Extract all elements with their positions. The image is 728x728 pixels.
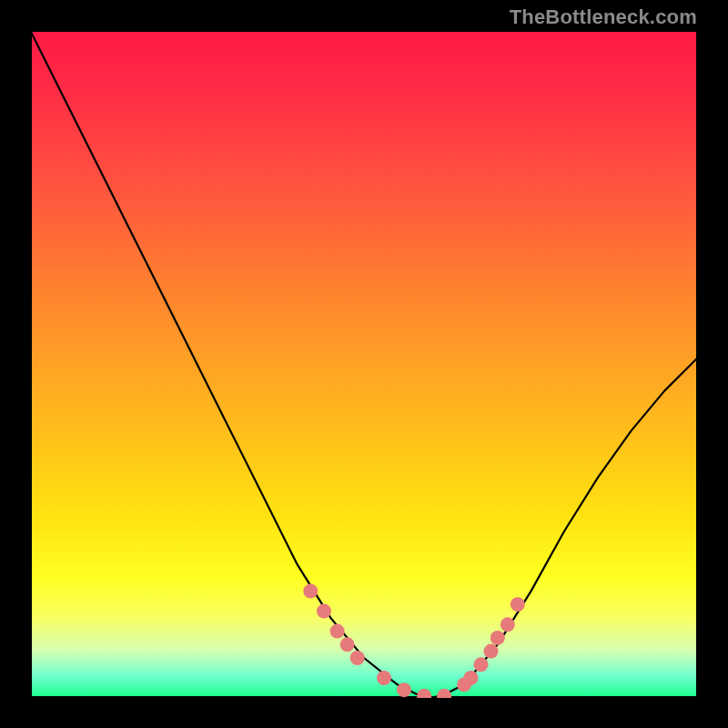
marker-dot xyxy=(463,671,478,685)
marker-dot xyxy=(340,637,355,652)
marker-dot xyxy=(417,689,431,698)
bottleneck-curve xyxy=(30,30,698,698)
highlighted-markers xyxy=(303,584,525,698)
chart-svg xyxy=(30,30,698,698)
watermark-label: TheBottleneck.com xyxy=(510,5,697,29)
marker-dot xyxy=(474,657,489,672)
marker-dot xyxy=(303,584,318,599)
marker-dot xyxy=(511,597,525,612)
marker-dot xyxy=(490,631,505,645)
marker-dot xyxy=(500,617,515,632)
marker-dot xyxy=(397,682,411,697)
marker-dot xyxy=(377,671,391,685)
marker-dot xyxy=(350,651,365,665)
marker-dot xyxy=(484,644,499,659)
marker-dot xyxy=(330,624,345,639)
marker-dot xyxy=(437,689,451,698)
marker-dot xyxy=(317,604,331,619)
